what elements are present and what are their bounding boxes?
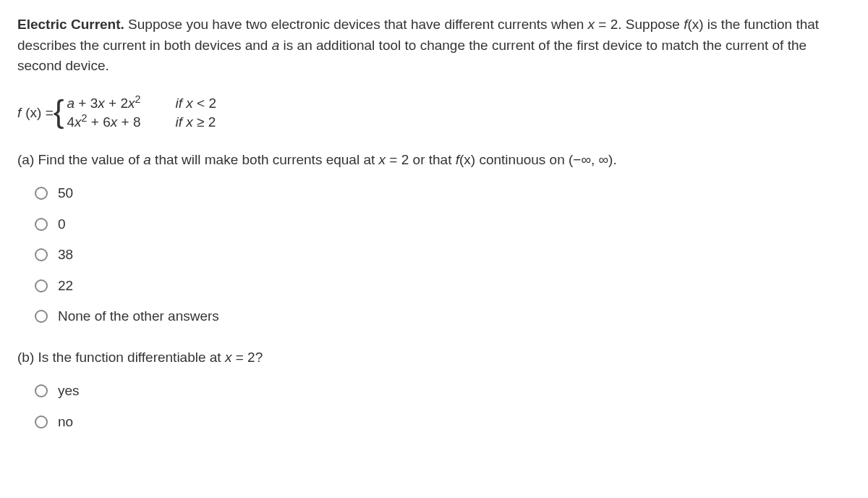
- option-a-0[interactable]: 50: [35, 183, 851, 204]
- question-b: (b) Is the function differentiable at x …: [17, 347, 851, 368]
- radio-icon[interactable]: [35, 279, 48, 292]
- piecewise-function: f(x) = { a + 3x + 2x2 if x < 2 4x2 + 6x …: [17, 94, 851, 132]
- radio-icon[interactable]: [35, 384, 48, 397]
- option-a-3[interactable]: 22: [35, 276, 851, 297]
- radio-icon[interactable]: [35, 310, 48, 323]
- piece-2: 4x2 + 6x + 8 if x ≥ 2: [67, 113, 217, 132]
- option-b-no[interactable]: no: [35, 412, 851, 433]
- radio-icon[interactable]: [35, 415, 48, 429]
- radio-icon[interactable]: [35, 218, 48, 231]
- option-a-2[interactable]: 38: [35, 245, 851, 266]
- options-b: yes no: [35, 381, 851, 432]
- option-a-1[interactable]: 0: [35, 214, 851, 235]
- left-brace: {: [54, 97, 64, 126]
- question-a: (a) Find the value of a that will make b…: [17, 150, 851, 171]
- piece-1: a + 3x + 2x2 if x < 2: [67, 94, 217, 114]
- radio-icon[interactable]: [35, 248, 48, 261]
- problem-title: Electric Current.: [17, 17, 124, 32]
- option-b-yes[interactable]: yes: [35, 381, 851, 402]
- radio-icon[interactable]: [35, 187, 48, 200]
- option-a-4[interactable]: None of the other answers: [35, 306, 851, 327]
- options-a: 50 0 38 22 None of the other answers: [35, 183, 851, 327]
- problem-intro: Electric Current. Suppose you have two e…: [17, 14, 851, 77]
